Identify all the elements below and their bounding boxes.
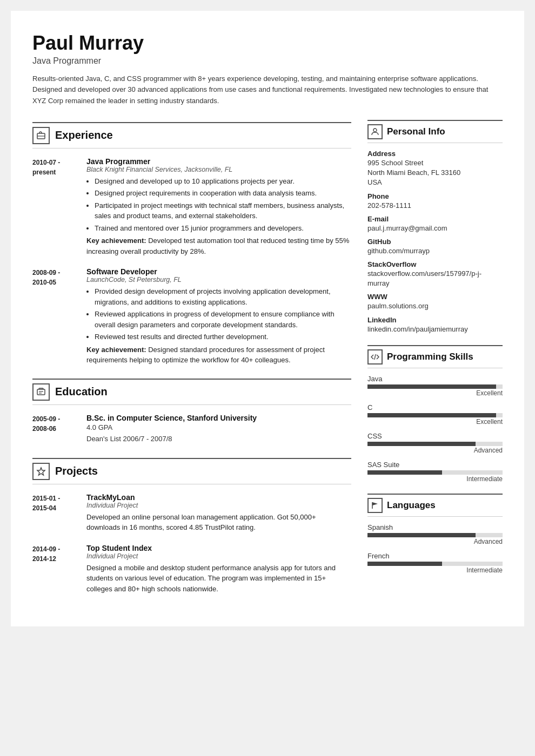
personal-info-section: Personal Info Address995 School Street N… <box>367 120 503 334</box>
experience-icon-box <box>32 127 50 144</box>
personal-info-title: Personal Info <box>387 126 445 137</box>
info-field-label: GitHub <box>367 238 503 246</box>
skill-bar-bg <box>367 470 503 475</box>
projects-entries: 2015-01 - 2015-04TrackMyLoanIndividual P… <box>32 493 351 595</box>
skill-item: JavaExcellent <box>367 375 503 397</box>
education-entry: 2005-09 - 2008-06B.Sc. in Computer Scien… <box>32 414 351 445</box>
entry-date: 2010-07 - present <box>32 157 86 257</box>
svg-line-7 <box>374 354 376 360</box>
job-title: Java Programmer <box>86 157 351 166</box>
skill-name: C <box>367 403 503 411</box>
key-achievement: Key achievement: Designed standard proce… <box>86 345 351 366</box>
entry-date: 2008-09 - 2010-05 <box>32 267 86 366</box>
person-icon <box>371 127 379 136</box>
skill-name: CSS <box>367 432 503 440</box>
briefcase-icon <box>36 131 46 140</box>
entry-bullet: Designed project requirements in coopera… <box>95 188 351 199</box>
entry-date: 2015-01 - 2015-04 <box>32 493 86 533</box>
entry-bullets: Provided design development of projects … <box>95 286 351 342</box>
projects-title: Projects <box>55 465 98 477</box>
right-column: Personal Info Address995 School Street N… <box>367 120 503 605</box>
job-company: Black Knight Financial Services, Jackson… <box>86 166 351 173</box>
entry-bullet: Trained and mentored over 15 junior prog… <box>95 223 351 234</box>
education-title: Education <box>55 386 108 398</box>
project-title: TrackMyLoan <box>86 493 351 502</box>
skill-bar-bg <box>367 442 503 446</box>
code-icon <box>371 353 379 361</box>
entry-content: B.Sc. in Computer Science, Stanford Univ… <box>86 414 351 445</box>
language-item: FrenchIntermediate <box>367 552 503 574</box>
entry-content: Top Student IndexIndividual ProjectDesig… <box>86 544 351 595</box>
two-col-layout: Experience 2010-07 - presentJava Program… <box>32 120 503 605</box>
projects-icon-box <box>32 463 50 480</box>
project-subtitle: Individual Project <box>86 502 351 509</box>
experience-section: Experience 2010-07 - presentJava Program… <box>32 122 351 366</box>
svg-rect-2 <box>37 389 45 395</box>
skill-bar-fill <box>367 384 496 389</box>
svg-point-6 <box>373 129 377 132</box>
experience-entry: 2010-07 - presentJava ProgrammerBlack Kn… <box>32 157 351 257</box>
edu-detail: 4.0 GPA <box>86 422 351 434</box>
language-bar-fill <box>367 562 442 566</box>
job-company: LaunchCode, St Petersburg, FL <box>86 276 351 284</box>
entry-bullet: Participated in project meetings with te… <box>95 200 351 221</box>
skill-name: Java <box>367 375 503 383</box>
info-field-label: Address <box>367 150 503 158</box>
language-item: SpanishAdvanced <box>367 523 503 545</box>
candidate-name: Paul Murray <box>32 32 503 54</box>
skill-name: SAS Suite <box>367 461 503 469</box>
languages-section: Languages SpanishAdvancedFrenchIntermedi… <box>367 494 503 574</box>
info-field-value: 995 School Street North Miami Beach, FL … <box>367 158 503 188</box>
education-section: Education 2005-09 - 2008-06B.Sc. in Comp… <box>32 379 351 445</box>
education-heading: Education <box>32 379 351 405</box>
skill-bars: JavaExcellentCExcellentCSSAdvancedSAS Su… <box>367 375 503 483</box>
skill-level-label: Advanced <box>367 447 503 454</box>
skill-level-label: Excellent <box>367 418 503 426</box>
project-entry: 2015-01 - 2015-04TrackMyLoanIndividual P… <box>32 493 351 533</box>
education-icon-box <box>32 383 50 401</box>
languages-heading: Languages <box>367 494 503 517</box>
project-title: Top Student Index <box>86 544 351 552</box>
languages-icon-box <box>367 498 383 513</box>
education-entries: 2005-09 - 2008-06B.Sc. in Computer Scien… <box>32 414 351 445</box>
skill-bar-fill <box>367 442 476 446</box>
entry-content: Software DeveloperLaunchCode, St Petersb… <box>86 267 351 366</box>
project-description: Developed an online personal loan manage… <box>86 512 351 533</box>
edu-detail: Dean's List 2006/7 - 2007/8 <box>86 434 351 445</box>
language-name: Spanish <box>367 523 503 531</box>
projects-heading: Projects <box>32 458 351 484</box>
skill-bar-fill <box>367 413 496 417</box>
info-field-value: paul.j.murray@gmail.com <box>367 224 503 233</box>
language-bar-bg <box>367 562 503 566</box>
language-level-label: Advanced <box>367 538 503 545</box>
programming-skills-section: Programming Skills JavaExcellentCExcelle… <box>367 345 503 483</box>
language-name: French <box>367 552 503 560</box>
language-bar-fill <box>367 533 476 537</box>
skill-bar-fill <box>367 470 442 475</box>
info-field-label: Phone <box>367 192 503 200</box>
languages-title: Languages <box>387 500 436 511</box>
programming-skills-icon-box <box>367 349 383 364</box>
entry-content: Java ProgrammerBlack Knight Financial Se… <box>86 157 351 257</box>
skill-item: SAS SuiteIntermediate <box>367 461 503 483</box>
experience-title: Experience <box>55 129 113 141</box>
personal-info-heading: Personal Info <box>367 120 503 143</box>
entry-bullet: Reviewed test results and directed furth… <box>95 332 351 342</box>
skill-item: CExcellent <box>367 403 503 426</box>
info-field-value: paulm.solutions.org <box>367 301 503 311</box>
svg-marker-5 <box>37 468 45 475</box>
skill-bar-bg <box>367 413 503 417</box>
entry-bullets: Designed and developed up to 10 applicat… <box>95 176 351 234</box>
programming-skills-heading: Programming Skills <box>367 345 503 368</box>
experience-heading: Experience <box>32 122 351 148</box>
language-level-label: Intermediate <box>367 566 503 574</box>
flag-icon <box>371 501 379 510</box>
entry-bullet: Provided design development of projects … <box>95 286 351 307</box>
project-entry: 2014-09 - 2014-12Top Student IndexIndivi… <box>32 544 351 595</box>
header: Paul Murray Java Programmer Results-orie… <box>32 32 503 107</box>
experience-entries: 2010-07 - presentJava ProgrammerBlack Kn… <box>32 157 351 366</box>
graduation-icon <box>36 387 46 397</box>
info-field-value: 202-578-1111 <box>367 201 503 211</box>
personal-info-icon-box <box>367 124 383 139</box>
left-column: Experience 2010-07 - presentJava Program… <box>32 120 351 605</box>
